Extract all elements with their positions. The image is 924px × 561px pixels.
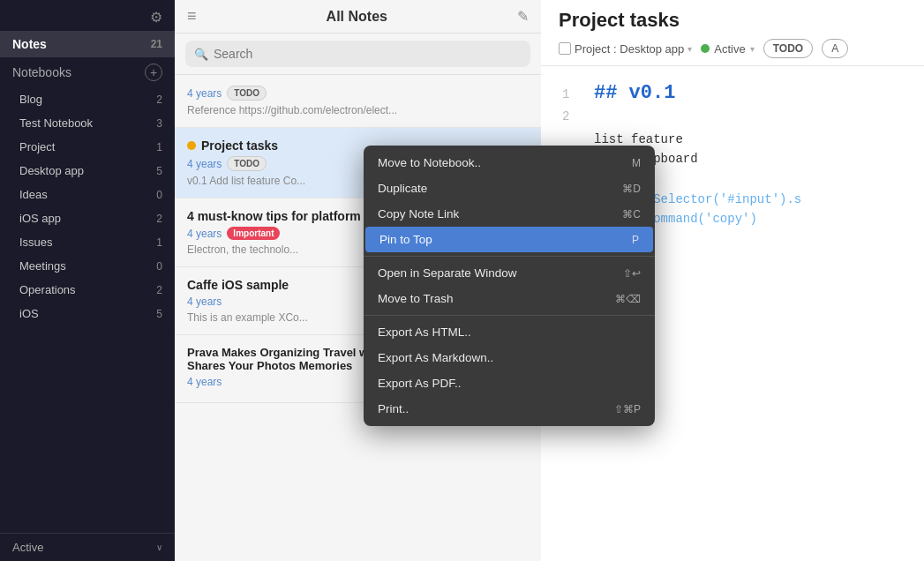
ctx-duplicate[interactable]: Duplicate ⌘D — [364, 176, 655, 201]
sidebar-item-project-label: Project — [19, 140, 55, 153]
ctx-copy-note-link[interactable]: Copy Note Link ⌘C — [364, 201, 655, 227]
ctx-export-html[interactable]: Export As HTML.. — [364, 319, 655, 345]
sidebar-item-ideas[interactable]: Ideas 0 — [0, 183, 175, 206]
sidebar-item-issues-label: Issues — [19, 236, 53, 249]
line-number: 1 — [562, 87, 576, 101]
ctx-separator-2 — [364, 315, 655, 316]
sidebar-item-ios[interactable]: iOS 5 — [0, 302, 175, 325]
sidebar-item-ideas-count: 0 — [156, 189, 162, 201]
ctx-separator — [364, 256, 655, 257]
ctx-open-separate-window[interactable]: Open in Separate Window ⇧↩ — [364, 260, 655, 286]
sidebar-item-notes[interactable]: Notes 21 — [0, 31, 175, 57]
ctx-label: Copy Note Link — [378, 207, 459, 221]
sidebar-item-desktop-app-label: Desktop app — [19, 164, 84, 177]
ctx-pin-to-top[interactable]: Pin to Top P — [365, 227, 653, 252]
code-line-1: 1 ## v0.1 — [562, 82, 903, 104]
context-menu: Move to Notebook.. M Duplicate ⌘D Copy N… — [364, 146, 655, 426]
code-line-2: 2 — [562, 109, 903, 123]
search-icon: 🔍 — [194, 48, 208, 61]
status-label: Active — [714, 42, 745, 56]
sort-icon[interactable]: ≡ — [187, 7, 197, 26]
active-dot-icon — [187, 141, 196, 150]
status-badge: TODO — [227, 86, 267, 101]
sidebar-status-item[interactable]: Active ∨ — [0, 534, 175, 561]
project-label: Project : Desktop app — [575, 42, 684, 56]
note-age: 4 years — [187, 295, 222, 308]
sidebar-item-operations[interactable]: Operations 2 — [0, 278, 175, 302]
ctx-shortcut: ⇧↩ — [623, 267, 641, 280]
sidebar-item-operations-count: 2 — [156, 284, 162, 296]
ctx-label: Export As PDF.. — [378, 377, 462, 390]
project-icon — [559, 42, 571, 55]
ctx-label: Move to Notebook.. — [378, 156, 481, 169]
sidebar-item-meetings-label: Meetings — [19, 259, 66, 273]
sidebar-item-test-notebook-count: 3 — [156, 117, 162, 130]
sidebar-item-blog-label: Blog — [19, 93, 42, 106]
sidebar-item-ios-app-label: iOS app — [19, 212, 61, 225]
page-title: Project tasks — [559, 9, 906, 32]
sidebar-notebooks[interactable]: Notebooks + — [0, 57, 175, 87]
ctx-move-to-trash[interactable]: Move to Trash ⌘⌫ — [364, 286, 655, 311]
ctx-move-to-notebook[interactable]: Move to Notebook.. M — [364, 150, 655, 176]
sidebar-item-ios-app-count: 2 — [156, 213, 162, 225]
note-preview: Reference https://github.com/electron/el… — [187, 104, 529, 116]
sidebar-item-notes-count: 21 — [151, 38, 162, 50]
ctx-shortcut: ⇧⌘P — [614, 403, 641, 415]
ctx-print[interactable]: Print.. ⇧⌘P — [364, 396, 655, 422]
note-age: 4 years — [187, 158, 222, 170]
sidebar-item-ios-app[interactable]: iOS app 2 — [0, 206, 175, 230]
todo-badge[interactable]: TODO — [763, 39, 813, 58]
gear-icon[interactable]: ⚙ — [150, 9, 162, 26]
ctx-export-markdown[interactable]: Export As Markdown.. — [364, 345, 655, 370]
sidebar-item-issues[interactable]: Issues 1 — [0, 230, 175, 254]
sidebar-bottom: Active ∨ — [0, 533, 175, 561]
sidebar-item-meetings[interactable]: Meetings 0 — [0, 254, 175, 278]
sidebar-item-ios-label: iOS — [19, 307, 39, 320]
code-text: list feature — [594, 132, 683, 146]
sidebar-item-meetings-count: 0 — [156, 260, 162, 273]
ctx-shortcut: ⌘C — [622, 208, 641, 221]
code-line: list feature — [562, 132, 903, 146]
status-chevron-icon: ▾ — [750, 44, 755, 54]
status-badge: Important — [227, 227, 280, 240]
sidebar-item-blog[interactable]: Blog 2 — [0, 87, 175, 111]
note-age: 4 years — [187, 228, 222, 240]
status-indicator[interactable]: Active ▾ — [701, 42, 754, 56]
project-link[interactable]: Project : Desktop app ▾ — [559, 42, 692, 56]
sidebar-item-test-notebook-label: Test Notebook — [19, 116, 93, 130]
sidebar-item-ios-count: 5 — [156, 308, 162, 320]
new-note-icon[interactable]: ✎ — [517, 8, 529, 25]
note-age: 4 years — [187, 87, 222, 100]
notes-list-header: ≡ All Notes ✎ — [175, 0, 541, 34]
ctx-label: Export As Markdown.. — [378, 351, 493, 364]
active-status-icon — [701, 44, 710, 53]
ctx-shortcut: ⌘⌫ — [615, 293, 641, 305]
sidebar-item-test-notebook[interactable]: Test Notebook 3 — [0, 111, 175, 135]
sidebar-item-ideas-label: Ideas — [19, 188, 48, 201]
ctx-export-pdf[interactable]: Export As PDF.. — [364, 370, 655, 396]
search-input[interactable] — [185, 41, 530, 67]
sidebar-header: ⚙ — [0, 0, 175, 31]
notes-list-title: All Notes — [327, 9, 387, 25]
project-chevron-icon: ▾ — [687, 44, 692, 54]
ctx-label: Print.. — [378, 402, 409, 415]
sidebar-item-blog-count: 2 — [156, 94, 162, 106]
list-item[interactable]: 4 years TODO Reference https://github.co… — [175, 75, 541, 128]
note-meta: 4 years TODO — [187, 86, 529, 101]
ctx-shortcut: P — [632, 234, 639, 246]
heading-text: ## v0.1 — [594, 82, 675, 104]
add-notebook-button[interactable]: + — [145, 64, 162, 81]
ctx-label: Move to Trash — [378, 292, 454, 305]
ctx-shortcut: ⌘D — [622, 183, 641, 195]
status-badge: TODO — [227, 156, 267, 171]
ctx-label: Export As HTML.. — [378, 325, 471, 339]
search-wrapper: 🔍 — [185, 41, 530, 67]
sidebar-item-desktop-app[interactable]: Desktop app 5 — [0, 159, 175, 183]
a-badge[interactable]: A — [822, 39, 848, 58]
sidebar-item-operations-label: Operations — [19, 283, 76, 296]
sidebar-item-project[interactable]: Project 1 — [0, 135, 175, 159]
search-bar: 🔍 — [175, 34, 541, 75]
sidebar-item-desktop-app-count: 5 — [156, 165, 162, 177]
chevron-down-icon: ∨ — [156, 542, 162, 552]
sidebar-item-issues-count: 1 — [156, 236, 162, 249]
